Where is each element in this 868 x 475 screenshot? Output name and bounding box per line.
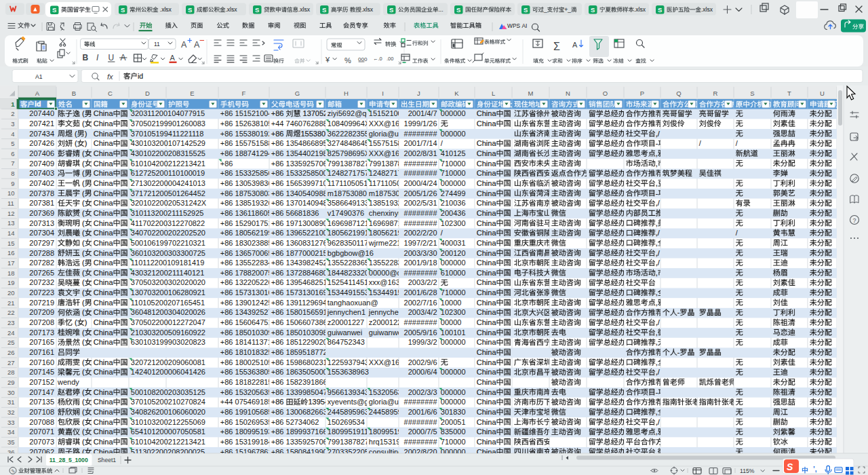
svg-text:654101200007050581: 654101200007050581: [131, 428, 205, 436]
svg-text:20: 20: [7, 289, 15, 297]
svg-text:+44 075469185: +44 075469185: [220, 398, 273, 406]
svg-text:########: ########: [404, 169, 438, 177]
svg-text:207421: 207421: [29, 119, 54, 128]
svg-text:1355228365: 1355228365: [328, 259, 369, 267]
svg-text:340826200106060020: 340826200106060020: [131, 408, 205, 416]
svg-text:U: U: [108, 53, 115, 62]
svg-text:+86 199105685: +86 199105685: [220, 408, 273, 416]
svg-text:P: P: [640, 90, 644, 97]
svg-text:370503200302020020: 370503200302020020: [131, 278, 205, 286]
svg-text:21: 21: [7, 299, 15, 307]
svg-text:(: (: [80, 239, 85, 247]
svg-text:(: (: [80, 388, 85, 396]
svg-text:?: ?: [853, 217, 856, 224]
svg-text:17: 17: [7, 259, 15, 267]
svg-text:2445895963: 2445895963: [328, 408, 369, 416]
svg-text:000000: 000000: [441, 259, 466, 267]
svg-text:+86 18595187726: +86 18595187726: [271, 348, 332, 356]
svg-text:207403: 207403: [29, 169, 54, 177]
svg-text:¥: ¥: [325, 56, 330, 64]
svg-text:207160: 207160: [29, 358, 54, 366]
svg-text:210036: 210036: [441, 199, 466, 207]
svg-text:310103200212255069: 310103200212255069: [131, 418, 205, 426]
svg-text:C: C: [108, 90, 113, 97]
svg-text:S: S: [389, 6, 393, 14]
svg-text:A: A: [170, 54, 176, 62]
svg-text:+86: +86: [271, 130, 286, 138]
svg-text:32010220020531242X: 32010220020531242X: [131, 199, 207, 207]
svg-text:S: S: [787, 461, 793, 472]
svg-text:(: (: [80, 368, 85, 376]
svg-text:(: (: [80, 308, 85, 316]
svg-text:Sheet1: Sheet1: [98, 457, 116, 463]
svg-text:207288: 207288: [29, 249, 54, 257]
svg-text:S: S: [322, 6, 326, 14]
svg-text:.xlsx: .xlsx: [159, 6, 172, 13]
svg-text:2001/9/18: 2001/9/18: [404, 259, 437, 267]
svg-text:340702200202202520: 340702200202202520: [131, 229, 205, 237]
svg-text:35: 35: [7, 438, 15, 446]
svg-text:430103200107142529: 430103200107142529: [131, 139, 205, 147]
svg-text:10: 10: [7, 189, 15, 197]
svg-text:+86 178820075: +86 178820075: [220, 269, 273, 277]
svg-text:U: U: [820, 90, 825, 97]
svg-text:(: (: [80, 169, 85, 177]
svg-text:2000/6/4: 2000/6/4: [408, 368, 437, 376]
svg-text:207073: 207073: [29, 438, 54, 446]
svg-text:(: (: [80, 209, 85, 217]
svg-text:207147: 207147: [29, 388, 54, 396]
svg-text:26: 26: [7, 349, 15, 356]
svg-text:.xlsx: .xlsx: [701, 6, 713, 13]
svg-text:+86 152638105: +86 152638105: [220, 119, 273, 128]
svg-text:F: F: [242, 90, 246, 97]
svg-text:102300: 102300: [441, 219, 466, 227]
svg-text:+86 15653997101: +86 15653997101: [271, 179, 332, 187]
svg-text:+86 153325856: +86 153325856: [220, 169, 273, 177]
svg-text:.xlsx: .xlsx: [634, 6, 646, 13]
svg-text:+86 136118605: +86 136118605: [220, 209, 272, 217]
svg-text:wendy: wendy: [57, 378, 79, 386]
svg-text:A: A: [181, 40, 187, 50]
svg-text:710000: 710000: [441, 438, 466, 446]
svg-text:,/: ,/: [656, 229, 660, 237]
svg-text:5: 5: [11, 140, 14, 147]
svg-text:310113200211152925: 310113200211152925: [131, 209, 204, 217]
svg-text:18: 18: [7, 269, 15, 277]
svg-text:.00: .00: [387, 56, 393, 62]
svg-text:200436: 200436: [441, 209, 466, 217]
svg-text:371721200501264452: 371721200501264452: [131, 189, 205, 197]
svg-text:+86 187530803: +86 187530803: [220, 189, 273, 197]
svg-text:207440: 207440: [29, 109, 54, 117]
svg-text:3622282355: 3622282355: [328, 130, 369, 138]
svg-text:207152: 207152: [29, 378, 54, 386]
svg-text:+86 180562199: +86 180562199: [220, 229, 273, 237]
svg-text:2001/7/14: 2001/7/14: [404, 139, 437, 147]
svg-text:G: G: [295, 90, 300, 97]
svg-text:108409964X: 108409964X: [328, 119, 370, 128]
svg-text:4: 4: [11, 130, 14, 138]
svg-text:19: 19: [7, 279, 15, 286]
svg-text:370105199411221118: 370105199411221118: [131, 130, 204, 138]
svg-text:2001/4/7: 2001/4/7: [408, 109, 437, 117]
svg-text:########: ########: [404, 269, 438, 277]
svg-text:11: 11: [7, 200, 14, 207]
svg-text:N: N: [566, 90, 570, 97]
svg-text:1844823320: 1844823320: [328, 269, 369, 277]
svg-text:207265: 207265: [29, 269, 54, 277]
svg-text:(: (: [80, 398, 85, 406]
svg-text:1997/2/21: 1997/2/21: [404, 239, 437, 247]
svg-text:207145: 207145: [29, 368, 54, 376]
svg-text:########: ########: [404, 318, 438, 326]
svg-text:7: 7: [11, 159, 14, 167]
svg-text:tanghaoxuan@: tanghaoxuan@: [328, 299, 378, 307]
svg-text:207406: 207406: [29, 149, 54, 157]
svg-text:2002/9/6: 2002/9/6: [408, 358, 437, 366]
svg-text:9628350117: 9628350117: [328, 239, 368, 247]
svg-text:S: S: [188, 6, 192, 14]
svg-text:2002/5/31: 2002/5/31: [404, 199, 437, 207]
svg-text:+86 157313016: +86 157313016: [220, 288, 273, 297]
svg-text:12: 12: [7, 210, 15, 217]
svg-text:411702200312270822: 411702200312270822: [131, 219, 205, 227]
svg-text:610104200212213421: 610104200212213421: [131, 438, 205, 446]
svg-text:guiwanwei: guiwanwei: [369, 328, 403, 337]
